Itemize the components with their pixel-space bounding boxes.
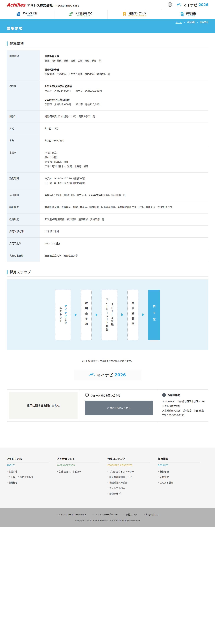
mynavi-logo-link[interactable]: マイナビ 2026: [176, 2, 208, 7]
contact-section: 採用に関するお問い合わせ フォームでのお問い合わせ お問い合わせはこちら › ›…: [7, 390, 208, 422]
footer-link-dash: -: [57, 470, 58, 473]
contact-form-button[interactable]: お問い合わせはこちら ›: [85, 400, 153, 415]
table-row: 昇給年1回（1月）: [7, 122, 208, 134]
step-text: マイナビよりエントリー: [58, 305, 68, 325]
footer-link[interactable]: -人材育成: [158, 475, 200, 479]
step-text-segment: ＳＰＩ－３受験: [111, 303, 114, 326]
footer-link-label: 会社概要: [9, 481, 18, 484]
table-row: 採用学部・学科全学部全学科: [7, 225, 208, 238]
nav-item-sublabel: FEATURED CONTENTS: [128, 15, 146, 17]
step-box-seminar: 説明会参加: [81, 290, 92, 340]
nav-item-work[interactable]: 人と仕事を知るWORK&PERSON: [54, 10, 107, 19]
nav-item-sublabel: WORK&PERSON: [77, 15, 90, 17]
table-row: 教育制度年次別・階層別研修、社外研修、通信研修、資格研修 他: [7, 213, 208, 225]
mynavi-entry-button[interactable]: マイナビ 2026: [74, 370, 141, 380]
row-label: 先輩の出身校: [7, 250, 40, 262]
step-text-line: ＳＰＩ－３受験: [110, 298, 115, 332]
footer-link-label: 募集要項: [160, 470, 169, 473]
footer-link[interactable]: -フォトアルバム: [108, 486, 150, 490]
page: Achilles アキレス株式会社 RECRUITING SITE マイナビ 2…: [0, 0, 215, 644]
footer-link[interactable]: -研究開発: [108, 492, 150, 495]
step-arrow-icon: [75, 313, 77, 316]
contact-form-button-label: お問い合わせはこちら: [107, 406, 131, 410]
breadcrumb-item[interactable]: ホーム: [175, 21, 182, 24]
value-line: 支社：大阪: [45, 155, 207, 160]
nav-item-features[interactable]: 特集コンテンツFEATURED CONTENTS: [108, 10, 161, 19]
chevron-right-icon: ›: [148, 406, 150, 410]
nav-item-label: 特集コンテンツ: [129, 12, 146, 15]
footer-link[interactable]: -先輩社員インタビュー: [57, 470, 99, 473]
bottom-bar: ›アキレスコーポレートサイト›プライバシー・ポリシー›関連リンク›お問い合わせ …: [0, 508, 215, 527]
step-text-segment: マイナビ: [64, 305, 67, 318]
person-speech-icon: [69, 12, 73, 17]
footer-link-dash: -: [108, 476, 108, 478]
value-group: 2024年4月工場初任給学部卒 月給212,600円 修士卒 月給226,600: [45, 98, 207, 107]
row-value: 事務系総合職営業、海外業務、総務、法務、広報、経理、購買 他技術系総合職研究開発…: [40, 50, 208, 80]
nav-item-text: 採用情報RECRUIT: [186, 12, 196, 17]
footer-column-title[interactable]: アキレスとは: [7, 457, 49, 462]
contact-info-col: › 採用連絡先 〒169-8885 東京都新宿区北新宿2-21-1アキレス株式会…: [158, 390, 208, 422]
nav-item-text: アキレスとはABOUT: [23, 12, 38, 17]
site-logo[interactable]: Achilles アキレス株式会社 RECRUITING SITE: [7, 2, 79, 8]
nav-item-label: 人と仕事を知る: [75, 12, 93, 15]
row-label: 事業所: [7, 147, 40, 172]
row-label: 職務内容: [7, 50, 40, 80]
instagram-icon[interactable]: [168, 2, 172, 7]
value-group: 事務系総合職営業、海外業務、総務、法務、広報、経理、購買 他: [45, 54, 207, 63]
footer-link-label: 機械系社員座談会: [109, 481, 127, 484]
chevron-right-icon: ›: [124, 513, 125, 516]
footer-link[interactable]: -事業内容: [7, 470, 49, 473]
nav-item-recruit[interactable]: 採用情報RECRUIT: [161, 10, 215, 19]
footer-link-dash: -: [7, 481, 8, 484]
footer-link[interactable]: -よくある質問: [158, 481, 200, 484]
row-label: 昇給: [7, 122, 40, 134]
footer-link[interactable]: -こんなところにアキレス: [7, 475, 49, 479]
step-text-line: 面接複数回: [130, 302, 135, 328]
breadcrumb-item: 採用情報: [187, 21, 195, 24]
footer-column-title[interactable]: 人と仕事を知る: [57, 457, 99, 462]
value-text: 年間休日123日（週休2日制、誕生休日、夏期・年末年始休暇）、特別休暇 他: [45, 193, 207, 198]
chevron-right-icon: ›: [93, 513, 94, 516]
contact-info-head: › 採用連絡先: [162, 393, 206, 397]
bottom-link[interactable]: ›関連リンク: [124, 513, 137, 516]
value-line: 工 場 8：00～17：00（休憩70分）: [45, 181, 207, 186]
footer-link[interactable]: -新入社員座談会ムービー: [108, 475, 150, 479]
table-row: 事業所本社：東京支社：大阪営業所：北海道、福岡工場：足利（栃木）、滋賀、北海道、…: [7, 147, 208, 172]
footer-links: -事業内容-こんなところにアキレス-会社概要: [7, 470, 49, 484]
row-value: 本社：東京支社：大阪営業所：北海道、福岡工場：足利（栃木）、滋賀、北海道、福岡: [40, 147, 208, 172]
step-text-line: エントリーシート提出: [104, 298, 110, 332]
recruiting-site-label: RECRUITING SITE: [56, 4, 79, 7]
step-box-entry: マイナビよりエントリー: [55, 290, 71, 340]
step-arrow-icon: [142, 313, 144, 316]
footer-column-title[interactable]: 特集コンテンツ: [108, 457, 150, 462]
footer-links: -募集要項-人材育成-よくある質問: [158, 470, 200, 484]
main-content: 募集要項 職務内容事務系総合職営業、海外業務、総務、法務、広報、経理、購買 他技…: [7, 42, 208, 422]
nav-item-text: 人と仕事を知るWORK&PERSON: [75, 12, 93, 17]
site-footer: アキレスとはABOUT-事業内容-こんなところにアキレス-会社概要人と仕事を知る…: [0, 448, 215, 508]
row-value: 20～25名程度: [40, 238, 208, 250]
nav-item-sublabel: RECRUIT: [188, 15, 195, 17]
table-row: 採用予定数20～25名程度: [7, 238, 208, 250]
bottom-link[interactable]: ›プライバシー・ポリシー: [93, 513, 118, 516]
value-group-heading: 事務系総合職: [45, 54, 207, 58]
header-right: マイナビ 2026: [168, 2, 208, 7]
row-value: 通勤費実費（当社規定による）、時間外手当 他: [40, 110, 208, 122]
bottom-link[interactable]: ›お問い合わせ: [144, 513, 159, 516]
table-row: 休日休暇年間休日123日（週休2日制、誕生休日、夏期・年末年始休暇）、特別休暇 …: [7, 189, 208, 201]
footer-link[interactable]: -機械系社員座談会: [108, 481, 150, 484]
footer-link[interactable]: -会社概要: [7, 481, 49, 484]
footer-link-dash: -: [7, 470, 8, 473]
footer-column-sublabel: WORK&PERSON: [57, 464, 99, 466]
bottom-link[interactable]: ›アキレスコーポレートサイト: [56, 513, 86, 516]
contact-info-line: 人事総務部人事課 採用担当 余田・藤森: [162, 408, 206, 413]
footer-column-title[interactable]: 採用情報: [158, 457, 200, 462]
nav-item-about[interactable]: アキレスとはABOUT: [0, 10, 54, 19]
footer-link[interactable]: -プロジェクトストーリー: [108, 470, 150, 473]
footer-link[interactable]: -募集要項: [158, 470, 200, 473]
chevron-circle-icon: ›: [162, 393, 166, 397]
row-value: 年1回（1月）: [40, 122, 208, 134]
step-text-segment: エントリー: [59, 306, 62, 323]
nav-item-text: 特集コンテンツFEATURED CONTENTS: [128, 12, 146, 17]
footer-link-label: よくある質問: [160, 481, 173, 484]
step-text-segment: より: [64, 318, 67, 325]
